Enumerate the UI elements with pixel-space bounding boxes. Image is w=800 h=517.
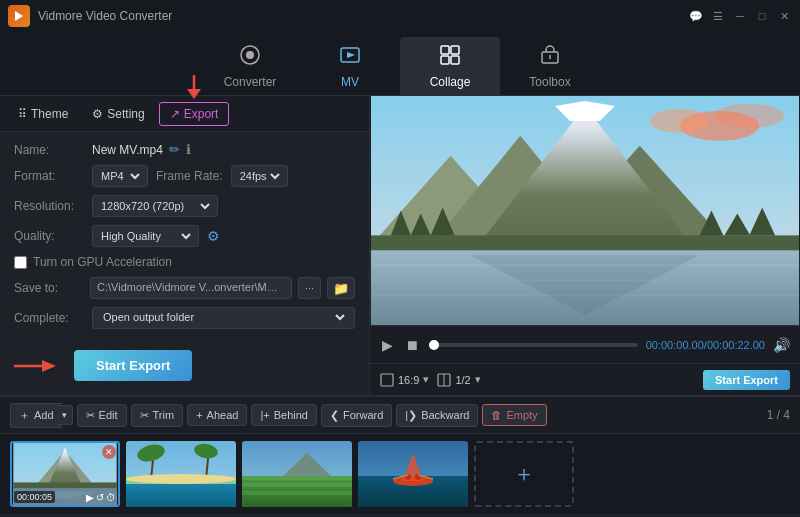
add-dropdown-arrow[interactable]: ▾ (57, 405, 73, 425)
quality-dropdown[interactable]: High Quality Medium Quality (97, 229, 194, 243)
trim-icon: ✂ (140, 409, 149, 422)
backward-button[interactable]: |❯ Backward (396, 404, 478, 427)
maximize-icon[interactable]: □ (754, 8, 770, 24)
video-controls: ▶ ⏹ 00:00:00.00/00:00:22.00 🔊 (370, 325, 800, 363)
app-logo (8, 5, 30, 27)
behind-button[interactable]: |+ Behind (251, 404, 317, 426)
tab-converter[interactable]: Converter (200, 37, 300, 95)
edit-icon: ✂ (86, 409, 95, 422)
chat-icon[interactable]: 💬 (688, 8, 704, 24)
theme-label: Theme (31, 107, 68, 121)
add-icon: ＋ (19, 408, 30, 423)
preview-area (370, 96, 800, 325)
start-export-small-button[interactable]: Start Export (703, 370, 790, 390)
page-count: 1 / 4 (767, 408, 790, 422)
complete-select[interactable]: Open output folder Do nothing (92, 307, 355, 329)
empty-button[interactable]: 🗑 Empty (482, 404, 546, 426)
gpu-label: Turn on GPU Acceleration (33, 255, 172, 269)
volume-icon[interactable]: 🔊 (773, 337, 790, 353)
forward-button[interactable]: ❮ Forward (321, 404, 392, 427)
titlebar: Vidmore Video Converter 💬 ☰ ─ □ ✕ (0, 0, 800, 32)
resolution-dropdown[interactable]: 1280x720 (720p) 1920x1080 (1080p) (97, 199, 213, 213)
svg-marker-4 (347, 52, 355, 58)
setting-button[interactable]: ⚙ Setting (82, 103, 154, 125)
empty-label: Empty (506, 409, 537, 421)
split-icon (437, 373, 451, 387)
collage-icon (439, 44, 461, 71)
controls-row2: 16:9 ▾ 1/2 ▾ Start Export (370, 363, 800, 395)
ahead-button[interactable]: + Ahead (187, 404, 247, 426)
frame-rate-dropdown[interactable]: 24fps 30fps 60fps (236, 169, 283, 183)
quality-select[interactable]: High Quality Medium Quality (92, 225, 199, 247)
tab-mv-label: MV (341, 75, 359, 89)
toolbox-icon (539, 44, 561, 71)
start-export-button[interactable]: Start Export (74, 350, 192, 381)
format-row: Format: MP4 MOV AVI Frame Rate: 24fps 30… (14, 165, 355, 187)
ratio-dropdown-btn[interactable]: ▾ (423, 373, 429, 386)
export-button[interactable]: ↗ Export (159, 102, 230, 126)
format-label: Format: (14, 169, 84, 183)
open-folder-button[interactable]: 📁 (327, 277, 355, 299)
tab-collage-label: Collage (430, 75, 471, 89)
tab-collage[interactable]: Collage (400, 37, 500, 95)
svg-rect-6 (451, 46, 459, 54)
info-icon[interactable]: ℹ (186, 142, 191, 157)
time-display: 00:00:00.00/00:00:22.00 (646, 339, 765, 351)
theme-icon: ⠿ (18, 107, 27, 121)
tab-toolbox[interactable]: Toolbox (500, 37, 600, 95)
behind-icon: |+ (260, 409, 269, 421)
frame-rate-select[interactable]: 24fps 30fps 60fps (231, 165, 288, 187)
add-label: Add (34, 409, 54, 421)
thumb-1-play[interactable]: ▶ (86, 492, 94, 503)
export-btn-area: Start Export (0, 340, 369, 395)
edit-button[interactable]: ✂ Edit (77, 404, 127, 427)
thumb-1-info[interactable]: ⏱ (106, 492, 116, 503)
complete-dropdown[interactable]: Open output folder Do nothing (99, 310, 348, 324)
name-value: New MV.mp4 (92, 143, 163, 157)
svg-point-2 (246, 51, 254, 59)
theme-button[interactable]: ⠿ Theme (8, 103, 78, 125)
svg-marker-14 (42, 360, 56, 372)
play-button[interactable]: ▶ (380, 335, 395, 355)
split-dropdown-btn[interactable]: ▾ (475, 373, 481, 386)
gpu-checkbox[interactable] (14, 256, 27, 269)
export-icon: ↗ (170, 107, 180, 121)
add-button[interactable]: ＋ Add (10, 403, 62, 428)
tab-toolbox-label: Toolbox (529, 75, 570, 89)
thumbnail-1[interactable]: ✕ 00:00:05 ▶ ↺ ⏱ (10, 441, 120, 507)
ratio-selector[interactable]: 16:9 ▾ (380, 373, 429, 387)
tab-mv[interactable]: MV (300, 37, 400, 95)
edit-icon[interactable]: ✏ (169, 142, 180, 157)
browse-dots-button[interactable]: ··· (298, 277, 321, 299)
close-icon[interactable]: ✕ (776, 8, 792, 24)
right-arrow-indicator (14, 356, 64, 376)
thumb-1-rotate[interactable]: ↺ (96, 492, 104, 503)
app-title: Vidmore Video Converter (38, 9, 688, 23)
thumbnail-2[interactable] (126, 441, 236, 507)
thumbnail-1-close[interactable]: ✕ (102, 445, 116, 459)
behind-label: Behind (274, 409, 308, 421)
split-selector[interactable]: 1/2 ▾ (437, 373, 480, 387)
format-dropdown[interactable]: MP4 MOV AVI (97, 169, 143, 183)
name-input-group: New MV.mp4 ✏ ℹ (92, 142, 191, 157)
stop-button[interactable]: ⏹ (403, 335, 421, 355)
minimize-icon[interactable]: ─ (732, 8, 748, 24)
progress-bar[interactable] (429, 343, 638, 347)
edit-label: Edit (99, 409, 118, 421)
thumbnail-4[interactable] (358, 441, 468, 507)
progress-dot (429, 340, 439, 350)
resolution-select[interactable]: 1280x720 (720p) 1920x1080 (1080p) (92, 195, 218, 217)
gpu-row: Turn on GPU Acceleration (14, 255, 355, 269)
complete-label: Complete: (14, 311, 84, 325)
svg-rect-5 (441, 46, 449, 54)
trim-button[interactable]: ✂ Trim (131, 404, 184, 427)
format-select[interactable]: MP4 MOV AVI (92, 165, 148, 187)
down-arrow-indicator (185, 75, 203, 103)
top-navigation: Converter MV Collage Toolbox (0, 32, 800, 96)
trash-icon: 🗑 (491, 409, 502, 421)
thumbnail-3[interactable] (242, 441, 352, 507)
complete-row: Complete: Open output folder Do nothing (14, 307, 355, 329)
quality-gear-icon[interactable]: ⚙ (207, 228, 220, 244)
add-more-button[interactable]: ＋ (474, 441, 574, 507)
menu-icon[interactable]: ☰ (710, 8, 726, 24)
